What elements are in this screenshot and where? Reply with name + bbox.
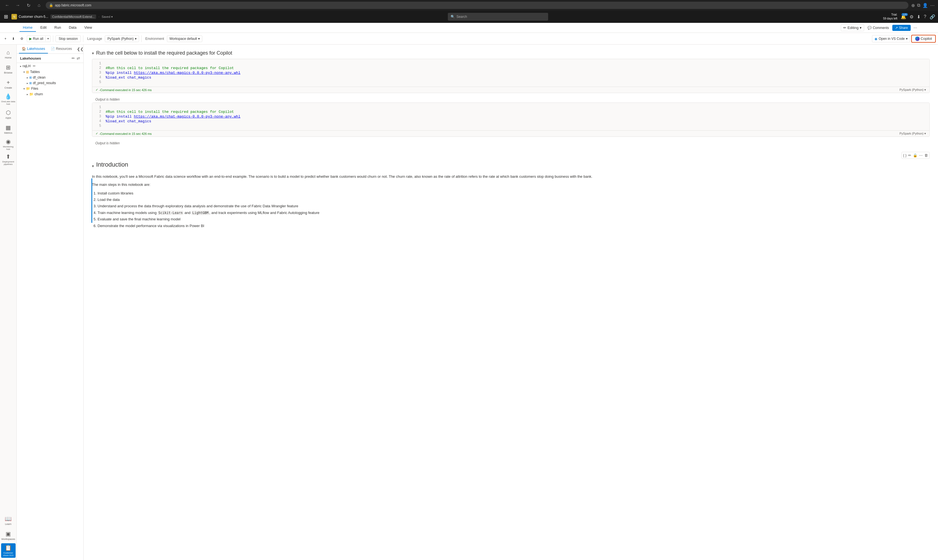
tree-item-files[interactable]: ▾ 📁 Files <box>17 86 83 91</box>
sidebar-metrics-label: Metrics <box>4 131 12 134</box>
tab-view[interactable]: View <box>81 24 95 32</box>
saved-badge[interactable]: Saved ▾ <box>102 15 113 18</box>
learn-icon: 📖 <box>5 515 12 522</box>
panel-tab-resources[interactable]: 📄 Resources <box>48 45 75 54</box>
browser-account-icon[interactable]: 👤 <box>923 3 928 8</box>
sidebar-item-browse[interactable]: ⊞ Browse <box>1 62 15 76</box>
copilot-section-header[interactable]: ▾ Run the cell below to install the requ… <box>92 50 930 56</box>
open-vscode-button[interactable]: ◈ Open in VS Code ▾ <box>872 35 910 42</box>
language-selector[interactable]: PySpark (Python) ▾ <box>105 35 139 42</box>
step-4: Train machine learning models using Scik… <box>97 209 930 216</box>
tree-item-churn[interactable]: ▸ 📁 churn <box>17 91 83 97</box>
browser-bar: ← → ↻ ⌂ 🔒 app.fabric.microsoft.com ⊕ ⧉ 👤… <box>0 0 938 11</box>
stop-session-button[interactable]: Stop session <box>55 35 81 42</box>
df-pred-label: df_pred_results <box>33 81 56 85</box>
share-label: Share <box>899 26 908 30</box>
churn-chevron-icon: ▸ <box>27 93 28 96</box>
sidebar-item-workspaces[interactable]: ▣ Workspaces <box>1 528 15 543</box>
create-icon: + <box>7 79 10 86</box>
panel-tab-resources-label: Resources <box>56 47 72 51</box>
tree-item-df-clean[interactable]: ▸ ⊞ df_clean <box>17 75 83 80</box>
sidebar-item-metrics[interactable]: ▦ Metrics <box>1 122 15 137</box>
browser-menu-icon[interactable]: ⋯ <box>930 3 935 8</box>
vscode-icon: ◈ <box>875 37 878 41</box>
browser-address-bar[interactable]: 🔒 app.fabric.microsoft.com <box>46 2 909 9</box>
sidebar-item-create[interactable]: + Create <box>1 77 15 91</box>
search-icon: 🔍 <box>451 15 455 18</box>
copilot-section-title: Run the cell below to install the requir… <box>96 50 232 56</box>
tree-item-df-pred-results[interactable]: ▸ ⊞ df_pred_results <box>17 80 83 86</box>
download-icon[interactable]: ⬇ <box>917 14 920 20</box>
df-clean-chevron-icon: ▸ <box>27 76 28 79</box>
sidebar-home-label: Home <box>5 56 11 59</box>
settings-toolbar-button[interactable]: ⚙ <box>18 36 26 42</box>
edit-text-icon[interactable]: ✏ <box>907 153 912 158</box>
browser-refresh-button[interactable]: ↻ <box>25 2 32 9</box>
add-cell-button[interactable]: + <box>2 36 9 42</box>
tab-run[interactable]: Run <box>51 24 65 32</box>
tab-data[interactable]: Data <box>65 24 80 32</box>
notifications-icon[interactable]: 🔔 125 <box>901 14 906 20</box>
help-icon[interactable]: ? <box>924 14 926 19</box>
cell-section-copilot: ▾ Run the cell below to install the requ… <box>92 50 930 146</box>
lock-icon[interactable]: 🔒 <box>912 153 918 158</box>
sidebar-item-customer-churn[interactable]: 📋 Customer churn-S13 <box>1 543 15 558</box>
sidebar-item-monitoring[interactable]: ◉ Monitoring hub <box>1 137 15 152</box>
code-line-2-5: 5 <box>92 124 929 128</box>
tree-item-tables[interactable]: ▾ ▦ Tables <box>17 69 83 75</box>
code-cell-1[interactable]: 1 2 #Run this cell to install the requir… <box>92 59 930 93</box>
intro-para-2: The main steps in this notebook are: <box>92 182 930 188</box>
workspace-selector[interactable]: Workspace default ▾ <box>167 35 202 42</box>
cell-1-output: Output is hidden <box>92 96 930 103</box>
df-clean-table-icon: ⊞ <box>29 76 32 79</box>
onelake-icon: 💧 <box>5 93 12 100</box>
lakehouse-edit-icon[interactable]: ✏ <box>33 64 35 68</box>
search-box[interactable]: 🔍 Search <box>448 13 548 21</box>
browser-ext-icon[interactable]: ⊕ <box>911 3 915 8</box>
more-options-icon[interactable]: ⋯ <box>912 26 918 30</box>
sidebar-create-label: Create <box>5 86 12 89</box>
sidebar-item-deployment[interactable]: ⬆ Deployment pipelines <box>1 152 15 167</box>
sidebar-item-home[interactable]: ⌂ Home <box>1 47 15 61</box>
run-all-label: Run all <box>33 37 43 41</box>
browser-home-button[interactable]: ⌂ <box>35 2 43 9</box>
browser-url: app.fabric.microsoft.com <box>55 3 91 7</box>
cell-2-lang-text: PySpark (Python) <box>899 132 924 135</box>
panel-tab-lakehouses[interactable]: 🏠 Lakehouses <box>19 45 48 54</box>
language-prefix-label: Language <box>86 36 104 42</box>
code-cell-2[interactable]: 1 2 #Run this cell to install the requir… <box>92 103 930 137</box>
more-text-options-icon[interactable]: ⋯ <box>918 153 924 158</box>
sidebar-item-learn[interactable]: 📖 Learn <box>1 513 15 528</box>
run-all-dropdown[interactable]: ▾ <box>45 36 51 41</box>
code-cell-2-footer: ✓ -Command executed in 15 sec 426 ms PyS… <box>92 131 929 137</box>
workspaces-icon: ▣ <box>6 531 11 537</box>
file-tab: N Customer churn-5... <box>11 14 48 20</box>
download-button[interactable]: ⬇ <box>10 36 17 42</box>
cell-1-lang[interactable]: PySpark (Python) ▾ <box>899 88 926 92</box>
browser-back-button[interactable]: ← <box>3 2 11 9</box>
comments-button[interactable]: 💬 Comments <box>865 25 891 31</box>
code-line-2-4: 4 %load_ext chat_magics <box>92 119 929 124</box>
share-top-icon[interactable]: 🔗 <box>930 14 935 20</box>
cell-2-lang[interactable]: PySpark (Python) ▾ <box>899 132 926 135</box>
browser-forward-button[interactable]: → <box>14 2 22 9</box>
sidebar-item-onelake[interactable]: 💧 OneLake data hub <box>1 92 15 106</box>
run-all-main[interactable]: ▶ Run all <box>27 36 45 42</box>
waffle-menu-icon[interactable]: ⊞ <box>3 12 9 21</box>
tab-home[interactable]: Home <box>20 24 36 32</box>
edit-lakehouse-icon[interactable]: ✏ <box>72 56 75 60</box>
share-button[interactable]: ↗ Share <box>892 25 911 31</box>
delete-text-icon[interactable]: 🗑 <box>924 153 929 158</box>
copilot-button[interactable]: Copilot <box>911 35 936 43</box>
lakehouse-item-rajlh[interactable]: ▸ rajLH ✏ <box>17 63 83 69</box>
comment-icon: 💬 <box>867 26 872 30</box>
editing-button[interactable]: ✏ Editing ▾ <box>841 24 864 31</box>
browser-tabs-icon[interactable]: ⧉ <box>917 3 920 8</box>
sidebar-item-apps[interactable]: ⬡ Apps <box>1 107 15 122</box>
switch-lakehouse-icon[interactable]: ⇄ <box>77 56 80 60</box>
intro-section-header[interactable]: ▾ Introduction <box>92 161 930 171</box>
tab-edit[interactable]: Edit <box>37 24 50 32</box>
copilot-icon <box>915 37 920 41</box>
settings-icon[interactable]: ⚙ <box>910 14 913 20</box>
code-view-icon[interactable]: { } <box>903 153 907 158</box>
